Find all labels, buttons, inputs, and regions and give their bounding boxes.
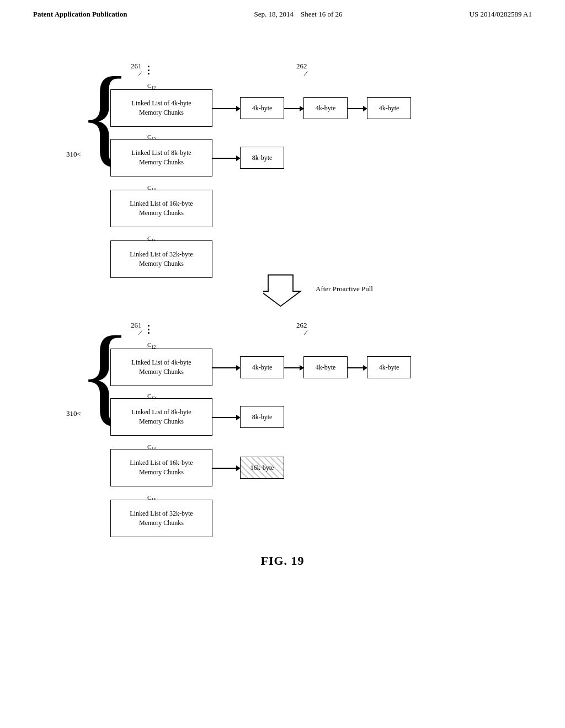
bottom-row3-arrow1	[212, 468, 240, 469]
top-row1-chunk2: 4k-byte	[303, 97, 348, 119]
top-diagram: { 310< 261 / 262 / ⋮ C12 Linked List of …	[45, 52, 520, 267]
bottom-row3-chunk1: 16k-byte	[240, 457, 284, 479]
top-row1-arrow2	[284, 108, 303, 109]
bottom-dots: ⋮	[143, 323, 154, 335]
header-left: Patent Application Publication	[33, 10, 127, 19]
bottom-label-261: 261	[131, 321, 142, 330]
top-brace-label: 310<	[66, 150, 81, 159]
bottom-row2-mainbox: Linked List of 8k-byteMemory Chunks	[110, 398, 212, 436]
top-dots: ⋮	[143, 64, 154, 76]
top-row1-chunk3: 4k-byte	[367, 97, 411, 119]
top-row2-arrow1	[212, 158, 240, 159]
transition-arrow: After Proactive Pull	[45, 272, 520, 311]
bottom-row1-chunk1: 4k-byte	[240, 356, 284, 378]
bottom-slash-261: /	[137, 329, 142, 338]
big-down-arrow	[255, 272, 310, 311]
bottom-row1-arrow1	[212, 367, 240, 368]
bottom-slash-262: /	[303, 329, 308, 338]
bottom-row1-mainbox: Linked List of 4k-byteMemory Chunks	[110, 349, 212, 386]
top-slash-261: /	[137, 69, 142, 78]
fig-label: FIG. 19	[260, 554, 304, 568]
bottom-row4-mainbox: Linked List of 32k-byteMemory Chunks	[110, 500, 212, 537]
top-row1-arrow3	[348, 108, 367, 109]
header-right: US 2014/0282589 A1	[470, 10, 532, 19]
top-row1-chunk1: 4k-byte	[240, 97, 284, 119]
header-center: Sep. 18, 2014 Sheet 16 of 26	[254, 10, 343, 19]
main-content: { 310< 261 / 262 / ⋮ C12 Linked List of …	[0, 19, 565, 568]
top-label-262: 262	[296, 62, 307, 71]
top-row3-mainbox: Linked List of 16k-byteMemory Chunks	[110, 190, 212, 227]
bottom-row2-arrow1	[212, 417, 240, 418]
top-slash-262: /	[303, 69, 308, 78]
bottom-row1-chunk2: 4k-byte	[303, 356, 348, 378]
bottom-row2-chunk1: 8k-byte	[240, 406, 284, 428]
top-row2-mainbox: Linked List of 8k-byteMemory Chunks	[110, 139, 212, 176]
top-row1-arrow1	[212, 108, 240, 109]
down-arrow-svg	[263, 272, 302, 311]
bottom-row3-mainbox: Linked List of 16k-byteMemory Chunks	[110, 449, 212, 486]
top-row2-chunk1: 8k-byte	[240, 147, 284, 169]
bottom-diagram: { 310< 261 / 262 / ⋮ C12 Linked List of …	[45, 311, 520, 537]
bottom-label-262: 262	[296, 321, 307, 330]
bottom-row1-arrow3	[348, 367, 367, 368]
top-row1-mainbox: Linked List of 4k-byteMemory Chunks	[110, 89, 212, 127]
svg-marker-0	[263, 275, 301, 307]
bottom-brace-label: 310<	[66, 409, 81, 418]
page-header: Patent Application Publication Sep. 18, …	[0, 0, 565, 19]
bottom-row1-chunk3: 4k-byte	[367, 356, 411, 378]
after-proactive-pull-label: After Proactive Pull	[316, 285, 373, 293]
top-label-261: 261	[131, 62, 142, 71]
bottom-row1-arrow2	[284, 367, 303, 368]
